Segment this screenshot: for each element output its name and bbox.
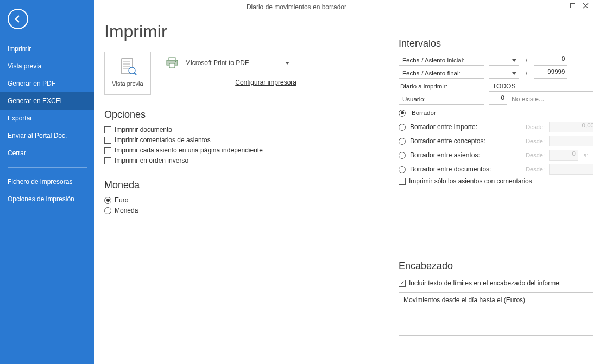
separator: /	[526, 69, 527, 77]
printer-icon	[166, 57, 180, 69]
diario-label: Diario a imprimir:	[399, 83, 484, 90]
sidebar-item-fichero-impresoras[interactable]: Fichero de impresoras	[0, 173, 94, 190]
desde-label: Desde:	[514, 152, 545, 158]
checkbox-label: Imprimir cada asiento en una página inde…	[115, 146, 263, 154]
radio-icon[interactable]	[399, 138, 406, 145]
desde-label: Desde:	[514, 124, 545, 130]
borrador-option: Borrador	[410, 110, 481, 116]
intervalos-section: Intervalos Fecha / Asiento inicial: / 0 …	[399, 38, 593, 188]
diario-value: TODOS	[493, 82, 515, 90]
sidebar-item-label: Imprimir	[8, 45, 31, 53]
radio-icon	[104, 207, 111, 214]
documento-desde-input	[549, 164, 593, 175]
sidebar-separator	[8, 167, 87, 168]
checkbox-label: Imprimir documento	[115, 126, 172, 133]
printer-name: Microsoft Print to PDF	[185, 59, 285, 67]
svg-rect-12	[169, 63, 175, 68]
fecha-final-dropdown[interactable]	[489, 68, 519, 79]
svg-point-13	[175, 61, 176, 62]
chevron-down-icon	[512, 59, 516, 62]
sidebar-item-label: Enviar al Portal Doc.	[8, 132, 67, 139]
borrador-documentos-option: Borrador entre documentos:	[410, 165, 510, 173]
sidebar-item-generar-excel[interactable]: Generar en EXCEL	[0, 92, 94, 110]
radio-label: Euro	[115, 196, 128, 204]
sidebar-nav: Imprimir Vista previa Generar en PDF Gen…	[0, 40, 94, 208]
moneda-moneda[interactable]: Moneda	[104, 207, 586, 214]
fecha-inicial-label: Fecha / Asiento inicial:	[399, 55, 484, 66]
radio-icon	[104, 197, 111, 204]
concepto-desde-input	[549, 136, 593, 146]
sidebar-item-cerrar[interactable]: Cerrar	[0, 144, 94, 162]
radio-icon[interactable]	[399, 110, 406, 117]
usuario-input[interactable]: 0	[489, 94, 507, 105]
borrador-asientos-option: Borrador entre asientos:	[410, 151, 510, 159]
checkbox-icon	[104, 157, 111, 164]
encabezado-textarea[interactable]: Movimientos desde el día hasta el (Euros…	[399, 292, 593, 336]
moneda-euro[interactable]: Euro	[104, 196, 586, 204]
radio-label: Moneda	[115, 207, 138, 214]
sidebar-item-opciones-impresion[interactable]: Opciones de impresión	[0, 190, 94, 208]
desde-label: Desde:	[514, 138, 545, 144]
fecha-inicial-dropdown[interactable]	[489, 55, 519, 66]
chevron-down-icon	[512, 72, 516, 75]
encabezado-section: Encabezado ✓ Incluir texto de límites en…	[399, 260, 593, 336]
print-preview-button[interactable]: Vista previa	[104, 52, 151, 95]
checkbox-icon	[104, 126, 111, 133]
document-preview-icon	[118, 58, 137, 78]
sidebar-item-imprimir[interactable]: Imprimir	[0, 40, 94, 58]
desde-label: Desde:	[514, 166, 545, 173]
checkbox-icon[interactable]	[399, 178, 406, 185]
sidebar-item-label: Vista previa	[8, 62, 41, 70]
diario-dropdown[interactable]: TODOS	[489, 81, 593, 92]
borrador-conceptos-option: Borrador entre conceptos:	[410, 137, 510, 145]
encabezado-heading: Encabezado	[399, 260, 593, 272]
sidebar-item-exportar[interactable]: Exportar	[0, 110, 94, 127]
sidebar-item-enviar-portal[interactable]: Enviar al Portal Doc.	[0, 127, 94, 144]
radio-icon[interactable]	[399, 166, 406, 173]
asiento-final-input[interactable]: 99999	[534, 68, 567, 79]
asiento-inicial-input[interactable]: 0	[534, 55, 567, 66]
radio-icon[interactable]	[399, 124, 406, 131]
svg-line-9	[134, 73, 136, 75]
preview-label: Vista previa	[112, 80, 143, 87]
encabezado-text: Movimientos desde el día hasta el (Euros…	[403, 296, 525, 304]
fecha-final-label: Fecha / Asiento final:	[399, 68, 484, 79]
checkbox-icon	[104, 137, 111, 144]
back-button[interactable]	[8, 9, 28, 29]
sidebar-item-label: Opciones de impresión	[8, 195, 74, 203]
checkbox-icon	[104, 147, 111, 154]
sidebar-item-label: Generar en EXCEL	[8, 97, 64, 105]
usuario-label: Usuario:	[399, 94, 484, 105]
checkbox-label: Imprimir comentarios de asientos	[115, 136, 211, 144]
borrador-importe-option: Borrador entre importe:	[410, 123, 510, 131]
sidebar-item-vista-previa[interactable]: Vista previa	[0, 58, 94, 75]
importe-desde-input: 0,00	[549, 122, 593, 132]
intervalos-heading: Intervalos	[399, 38, 593, 49]
solo-comentarios-label: Imprimir sólo los asientos con comentari…	[409, 177, 532, 185]
sidebar: Imprimir Vista previa Generar en PDF Gen…	[0, 0, 94, 364]
sidebar-item-label: Cerrar	[8, 149, 26, 157]
sidebar-item-label: Fichero de impresoras	[8, 178, 72, 186]
incluir-texto-label: Incluir texto de límites en el encabezad…	[409, 279, 561, 287]
checkbox-icon[interactable]: ✓	[399, 280, 406, 287]
sidebar-item-generar-pdf[interactable]: Generar en PDF	[0, 75, 94, 92]
radio-icon[interactable]	[399, 152, 406, 159]
checkbox-label: Imprimir en orden inverso	[115, 157, 188, 164]
usuario-status: No existe...	[512, 95, 544, 103]
asiento-desde-input: 0	[549, 150, 578, 161]
separator: /	[526, 56, 527, 64]
chevron-down-icon	[285, 62, 289, 65]
sidebar-item-label: Generar en PDF	[8, 80, 55, 87]
printer-dropdown[interactable]: Microsoft Print to PDF	[159, 52, 296, 74]
configure-printer-link[interactable]: Configurar impresora	[159, 79, 296, 86]
sidebar-item-label: Exportar	[8, 114, 32, 122]
a-label: a:	[583, 152, 589, 158]
main-content: Imprimir Vista previa	[94, 0, 593, 364]
